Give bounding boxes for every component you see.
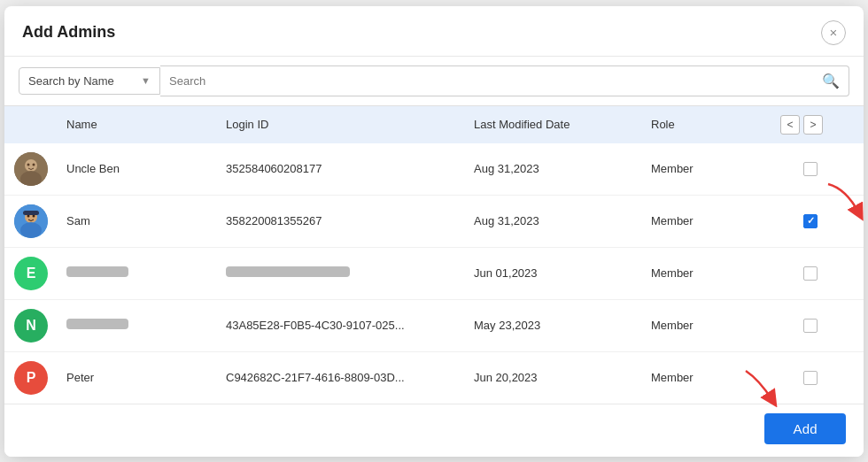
col-actions-header: < > bbox=[766, 115, 837, 135]
close-button[interactable]: × bbox=[821, 20, 846, 45]
table-header: Name Login ID Last Modified Date Role < … bbox=[4, 106, 864, 143]
search-icon[interactable]: 🔍 bbox=[822, 73, 840, 89]
table-row: E Jun 01,2023 Member bbox=[4, 248, 864, 300]
table-row: Uncle Ben 352584060208177 Aug 31,2023 Me… bbox=[4, 143, 864, 196]
row-checkbox[interactable] bbox=[803, 266, 818, 281]
avatar: E bbox=[14, 257, 48, 290]
avatar: N bbox=[14, 309, 48, 343]
search-bar: Search by Name ▼ 🔍 bbox=[4, 57, 864, 106]
blurred-login bbox=[226, 266, 350, 277]
avatar-cell: E bbox=[4, 257, 58, 290]
checkbox-cell bbox=[766, 319, 837, 333]
row-checkbox[interactable] bbox=[803, 371, 818, 385]
modified-cell: Aug 31,2023 bbox=[465, 214, 642, 227]
avatar-cell: P bbox=[4, 361, 58, 395]
svg-point-7 bbox=[20, 222, 42, 238]
modified-cell: Jun 01,2023 bbox=[465, 266, 642, 280]
login-cell: C942682C-21F7-4616-8809-03D... bbox=[217, 371, 465, 384]
name-cell: Uncle Ben bbox=[58, 162, 217, 175]
blurred-name bbox=[66, 266, 128, 277]
role-cell: Member bbox=[642, 214, 766, 227]
modal-title: Add Admins bbox=[22, 23, 115, 42]
role-cell: Member bbox=[642, 319, 766, 332]
add-admins-modal: Add Admins × Search by Name ▼ 🔍 Name Log… bbox=[4, 6, 864, 457]
row-checkbox[interactable] bbox=[803, 162, 818, 176]
checkbox-cell bbox=[766, 214, 837, 228]
name-cell: Sam bbox=[58, 214, 217, 227]
table-row: N 43A85E28-F0B5-4C30-9107-025... May 23,… bbox=[4, 300, 864, 352]
modified-cell: May 23,2023 bbox=[465, 319, 642, 332]
row-checkbox[interactable] bbox=[803, 319, 818, 333]
table-row: P Peter C942682C-21F7-4616-8809-03D... J… bbox=[4, 352, 864, 404]
checkbox-cell bbox=[766, 266, 837, 281]
add-button[interactable]: Add bbox=[764, 413, 846, 444]
role-cell: Member bbox=[642, 371, 766, 384]
search-dropdown[interactable]: Search by Name ▼ bbox=[19, 67, 160, 95]
col-name-header: Name bbox=[58, 118, 217, 131]
login-cell: 352584060208177 bbox=[217, 162, 465, 175]
svg-rect-10 bbox=[23, 211, 39, 215]
prev-page-button[interactable]: < bbox=[780, 115, 800, 135]
avatar: P bbox=[14, 361, 48, 395]
search-dropdown-label: Search by Name bbox=[28, 74, 114, 88]
avatar bbox=[14, 152, 48, 186]
blurred-name bbox=[66, 319, 128, 329]
modal-content: Search by Name ▼ 🔍 Name Login ID Last Mo… bbox=[4, 57, 864, 404]
modal-footer: Add bbox=[4, 404, 864, 457]
modified-cell: Jun 20,2023 bbox=[465, 371, 642, 384]
avatar-cell bbox=[4, 204, 58, 238]
checkbox-cell bbox=[766, 162, 837, 176]
name-cell bbox=[58, 319, 217, 332]
role-cell: Member bbox=[642, 162, 766, 175]
avatar bbox=[14, 204, 48, 238]
table-row: Sam 358220081355267 Aug 31,2023 Member bbox=[4, 196, 864, 248]
chevron-down-icon: ▼ bbox=[141, 75, 151, 86]
avatar-cell: N bbox=[4, 309, 58, 343]
col-login-header: Login ID bbox=[217, 118, 465, 131]
table-body: Uncle Ben 352584060208177 Aug 31,2023 Me… bbox=[4, 143, 864, 404]
search-input-wrapper: 🔍 bbox=[160, 65, 849, 96]
col-role-header: Role bbox=[642, 118, 766, 131]
modified-cell: Aug 31,2023 bbox=[465, 162, 642, 175]
col-modified-header: Last Modified Date bbox=[465, 118, 642, 131]
svg-point-3 bbox=[27, 163, 30, 166]
modal-header: Add Admins × bbox=[4, 6, 864, 57]
next-page-button[interactable]: > bbox=[803, 115, 823, 135]
search-input[interactable] bbox=[169, 74, 817, 88]
login-cell: 358220081355267 bbox=[217, 214, 465, 227]
login-cell bbox=[217, 266, 465, 280]
svg-point-4 bbox=[33, 163, 35, 166]
checkbox-cell bbox=[766, 371, 837, 385]
avatar-cell bbox=[4, 152, 58, 186]
name-cell: Peter bbox=[58, 371, 217, 384]
role-cell: Member bbox=[642, 266, 766, 280]
login-cell: 43A85E28-F0B5-4C30-9107-025... bbox=[217, 319, 465, 332]
name-cell bbox=[58, 266, 217, 280]
row-checkbox[interactable] bbox=[803, 214, 818, 228]
